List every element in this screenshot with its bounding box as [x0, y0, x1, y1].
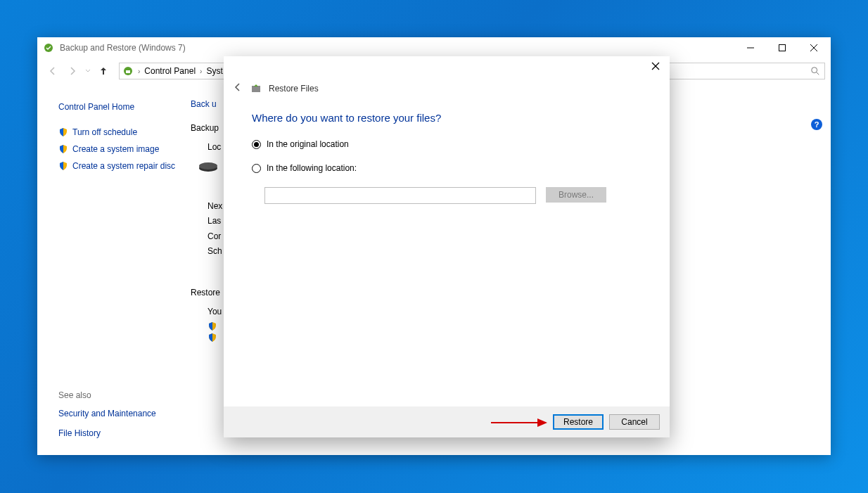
nav-up-button[interactable]	[95, 63, 112, 79]
search-icon	[810, 66, 820, 76]
radio-button-icon	[252, 164, 261, 173]
dialog-close-button[interactable]	[651, 62, 660, 72]
sidebar: Control Panel Home Turn off schedule Cre…	[37, 84, 191, 455]
radio-label: In the original location	[267, 139, 349, 149]
radio-label: In the following location:	[267, 163, 357, 173]
location-row: Browse...	[264, 187, 642, 204]
nav-back-button[interactable]	[44, 63, 61, 79]
chevron-right-icon: ›	[138, 68, 140, 75]
titlebar: Backup and Restore (Windows 7)	[37, 37, 831, 58]
radio-original-location[interactable]: In the original location	[252, 139, 642, 149]
svg-marker-15	[537, 418, 547, 427]
drive-icon	[198, 160, 219, 174]
dialog-footer: Restore Cancel	[224, 406, 670, 437]
sidebar-task-label: Turn off schedule	[72, 127, 137, 137]
search-input[interactable]	[646, 63, 825, 79]
shield-icon	[58, 161, 68, 171]
location-input[interactable]	[264, 187, 536, 204]
shield-icon	[58, 144, 68, 154]
dialog-back-button[interactable]	[232, 82, 243, 95]
nav-forward-button[interactable]	[64, 63, 81, 79]
dialog-body: Where do you want to restore your files?…	[224, 95, 670, 406]
sidebar-task-label: Create a system repair disc	[72, 161, 175, 171]
app-icon	[43, 42, 54, 53]
window-title: Backup and Restore (Windows 7)	[60, 43, 734, 53]
breadcrumb-icon	[122, 65, 134, 77]
window-controls	[734, 38, 829, 58]
browse-button: Browse...	[546, 187, 606, 203]
svg-rect-13	[252, 86, 260, 92]
shield-icon	[208, 333, 217, 342]
dialog-header	[224, 56, 670, 84]
control-panel-home-link[interactable]: Control Panel Home	[58, 102, 177, 112]
svg-point-7	[812, 68, 817, 73]
restore-files-dialog: Restore Files Where do you want to resto…	[224, 56, 670, 437]
svg-rect-6	[126, 70, 130, 73]
close-button[interactable]	[798, 38, 829, 58]
svg-line-8	[817, 72, 819, 75]
maximize-button[interactable]	[766, 38, 798, 58]
annotation-arrow	[491, 416, 547, 429]
sidebar-task-create-system-image[interactable]: Create a system image	[58, 144, 177, 154]
restore-button[interactable]: Restore	[553, 414, 604, 430]
breadcrumb-item[interactable]: Syst	[206, 66, 222, 76]
help-icon[interactable]: ?	[811, 119, 822, 130]
shield-icon	[208, 321, 217, 331]
svg-point-10	[199, 162, 217, 169]
sidebar-task-turn-off-schedule[interactable]: Turn off schedule	[58, 127, 177, 137]
svg-rect-2	[779, 45, 785, 51]
chevron-right-icon: ›	[200, 68, 202, 75]
shield-icon	[58, 127, 68, 137]
nav-recent-dropdown[interactable]	[84, 63, 92, 79]
dialog-title: Restore Files	[269, 84, 319, 94]
radio-following-location[interactable]: In the following location:	[252, 163, 642, 173]
see-also-heading: See also	[58, 390, 177, 400]
radio-button-icon	[252, 140, 261, 149]
breadcrumb-item[interactable]: Control Panel	[144, 66, 196, 76]
sidebar-task-label: Create a system image	[72, 144, 159, 154]
restore-icon	[250, 83, 262, 94]
dialog-subheader: Restore Files	[224, 82, 670, 95]
sidebar-task-create-repair-disc[interactable]: Create a system repair disc	[58, 161, 177, 171]
cancel-button[interactable]: Cancel	[609, 414, 660, 430]
see-also-link-file-history[interactable]: File History	[58, 428, 177, 438]
dialog-heading: Where do you want to restore your files?	[252, 112, 642, 124]
minimize-button[interactable]	[734, 38, 766, 58]
see-also-link-security[interactable]: Security and Maintenance	[58, 409, 177, 418]
